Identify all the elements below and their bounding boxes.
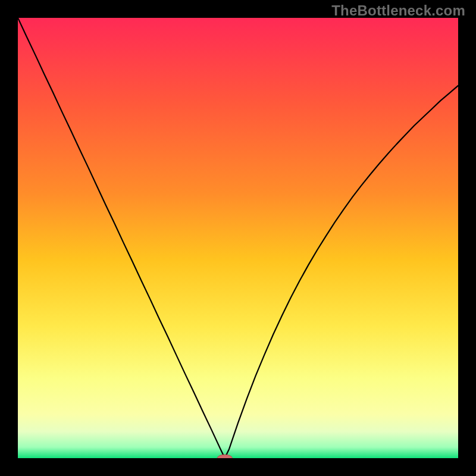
chart-svg [18,18,458,458]
chart-frame: TheBottleneck.com [0,0,476,476]
gradient-background [18,18,458,458]
watermark-text: TheBottleneck.com [331,2,465,19]
plot-area [18,18,458,458]
